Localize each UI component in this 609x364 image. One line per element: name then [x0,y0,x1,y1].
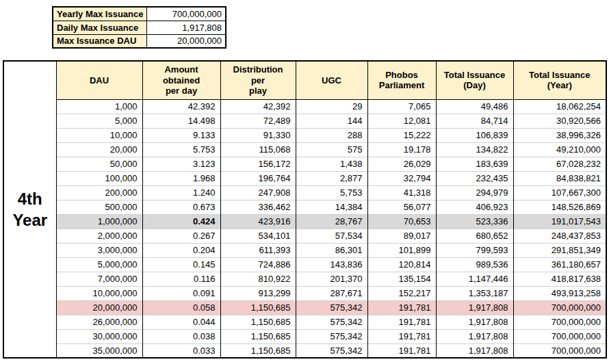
cell-r3-c3[interactable]: 91,330 [220,128,296,142]
cell-r16-c5[interactable]: 191,781 [367,315,436,329]
cell-r16-c7[interactable]: 700,000,000 [513,315,606,329]
cell-r15-c2[interactable]: 0.058 [142,300,220,315]
cell-r5-c1[interactable]: 50,000 [56,157,142,171]
summary-label-max-issuance-dau[interactable]: Max Issuance DAU [53,34,147,48]
cell-r13-c1[interactable]: 7,000,000 [56,272,142,286]
cell-r15-c1[interactable]: 20,000,000 [56,300,142,315]
cell-r8-c3[interactable]: 336,462 [220,200,296,214]
cell-r12-c3[interactable]: 724,886 [220,257,296,272]
cell-r13-c6[interactable]: 1,147,446 [436,272,513,286]
cell-r17-c5[interactable]: 191,781 [367,329,436,343]
cell-r13-c2[interactable]: 0.116 [142,272,220,286]
summary-value-max-issuance-dau[interactable]: 20,000,000 [147,34,226,48]
cell-r9-c4[interactable]: 28,767 [296,214,367,229]
col-header-dau[interactable]: DAU [56,61,142,99]
cell-r4-c2[interactable]: 5.753 [142,142,220,157]
cell-r1-c5[interactable]: 7,065 [367,99,436,114]
cell-r5-c4[interactable]: 1,438 [296,157,367,171]
cell-r9-c3[interactable]: 423,916 [220,214,296,229]
cell-r3-c4[interactable]: 288 [296,128,367,142]
cell-r1-c6[interactable]: 49,486 [436,99,513,114]
summary-label-daily-max-issuance[interactable]: Daily Max Issuance [53,21,147,34]
cell-r9-c1[interactable]: 1,000,000 [56,214,142,229]
cell-r13-c4[interactable]: 201,370 [296,272,367,286]
cell-r11-c2[interactable]: 0.204 [142,243,220,257]
cell-r1-c2[interactable]: 42.392 [142,99,220,114]
cell-r9-c7[interactable]: 191,017,543 [513,214,606,229]
cell-r15-c7[interactable]: 700,000,000 [513,300,606,315]
cell-r6-c6[interactable]: 232,435 [436,171,513,185]
cell-r17-c2[interactable]: 0.038 [142,329,220,343]
cell-r14-c3[interactable]: 913,299 [220,286,296,300]
summary-value-daily-max-issuance[interactable]: 1,917,808 [147,21,226,34]
cell-r16-c6[interactable]: 1,917,808 [436,315,513,329]
cell-r5-c3[interactable]: 156,172 [220,157,296,171]
cell-r15-c3[interactable]: 1,150,685 [220,300,296,315]
cell-r6-c1[interactable]: 100,000 [56,171,142,185]
col-header-distribution-per-play[interactable]: Distribution per play [220,61,296,99]
cell-r11-c7[interactable]: 291,851,349 [513,243,606,257]
cell-r10-c2[interactable]: 0.267 [142,229,220,243]
cell-r5-c7[interactable]: 67,028,232 [513,157,606,171]
cell-r4-c5[interactable]: 19,178 [367,142,436,157]
cell-r12-c7[interactable]: 361,180,657 [513,257,606,272]
cell-r8-c5[interactable]: 56,077 [367,200,436,214]
cell-r14-c5[interactable]: 152,217 [367,286,436,300]
cell-r10-c4[interactable]: 57,534 [296,229,367,243]
cell-r2-c3[interactable]: 72,489 [220,114,296,128]
cell-r13-c5[interactable]: 135,154 [367,272,436,286]
cell-r11-c5[interactable]: 101,899 [367,243,436,257]
cell-r18-c7[interactable]: 700,000,000 [513,343,606,358]
cell-r17-c6[interactable]: 1,917,808 [436,329,513,343]
cell-r16-c2[interactable]: 0.044 [142,315,220,329]
cell-r8-c7[interactable]: 148,526,869 [513,200,606,214]
cell-r2-c5[interactable]: 12,081 [367,114,436,128]
col-header-total-issuance-day[interactable]: Total Issuance (Day) [436,61,513,99]
cell-r4-c6[interactable]: 134,822 [436,142,513,157]
cell-r10-c5[interactable]: 89,017 [367,229,436,243]
cell-r16-c4[interactable]: 575,342 [296,315,367,329]
cell-r12-c4[interactable]: 143,836 [296,257,367,272]
col-header-ugc[interactable]: UGC [296,61,367,99]
cell-r8-c4[interactable]: 14,384 [296,200,367,214]
cell-r2-c7[interactable]: 30,920,566 [513,114,606,128]
cell-r16-c1[interactable]: 26,000,000 [56,315,142,329]
cell-r12-c2[interactable]: 0.145 [142,257,220,272]
cell-r18-c2[interactable]: 0.033 [142,343,220,358]
cell-r17-c4[interactable]: 575,342 [296,329,367,343]
cell-r7-c4[interactable]: 5,753 [296,185,367,200]
cell-r1-c7[interactable]: 18,062,254 [513,99,606,114]
cell-r17-c3[interactable]: 1,150,685 [220,329,296,343]
cell-r13-c3[interactable]: 810,922 [220,272,296,286]
cell-r10-c1[interactable]: 2,000,000 [56,229,142,243]
cell-r7-c5[interactable]: 41,318 [367,185,436,200]
cell-r14-c4[interactable]: 287,671 [296,286,367,300]
cell-r18-c6[interactable]: 1,917,808 [436,343,513,358]
cell-r8-c1[interactable]: 500,000 [56,200,142,214]
cell-r3-c6[interactable]: 106,839 [436,128,513,142]
cell-r7-c2[interactable]: 1.240 [142,185,220,200]
cell-r14-c2[interactable]: 0.091 [142,286,220,300]
cell-r12-c6[interactable]: 989,536 [436,257,513,272]
cell-r12-c5[interactable]: 120,814 [367,257,436,272]
cell-r6-c5[interactable]: 32,794 [367,171,436,185]
cell-r6-c7[interactable]: 84,838,821 [513,171,606,185]
col-header-phobos-parliament[interactable]: Phobos Parliament [367,61,436,99]
cell-r11-c6[interactable]: 799,593 [436,243,513,257]
cell-r2-c4[interactable]: 144 [296,114,367,128]
cell-r5-c6[interactable]: 183,639 [436,157,513,171]
cell-r4-c7[interactable]: 49,210,000 [513,142,606,157]
cell-r15-c6[interactable]: 1,917,808 [436,300,513,315]
cell-r8-c6[interactable]: 406,923 [436,200,513,214]
cell-r12-c1[interactable]: 5,000,000 [56,257,142,272]
cell-r1-c1[interactable]: 1,000 [56,99,142,114]
cell-r11-c4[interactable]: 86,301 [296,243,367,257]
cell-r18-c5[interactable]: 191,781 [367,343,436,358]
col-header-total-issuance-year[interactable]: Total Issuance (Year) [513,61,606,99]
cell-r7-c1[interactable]: 200,000 [56,185,142,200]
cell-r5-c5[interactable]: 26,029 [367,157,436,171]
cell-r1-c4[interactable]: 29 [296,99,367,114]
cell-r10-c7[interactable]: 248,437,853 [513,229,606,243]
cell-r11-c3[interactable]: 611,393 [220,243,296,257]
cell-r7-c6[interactable]: 294,979 [436,185,513,200]
